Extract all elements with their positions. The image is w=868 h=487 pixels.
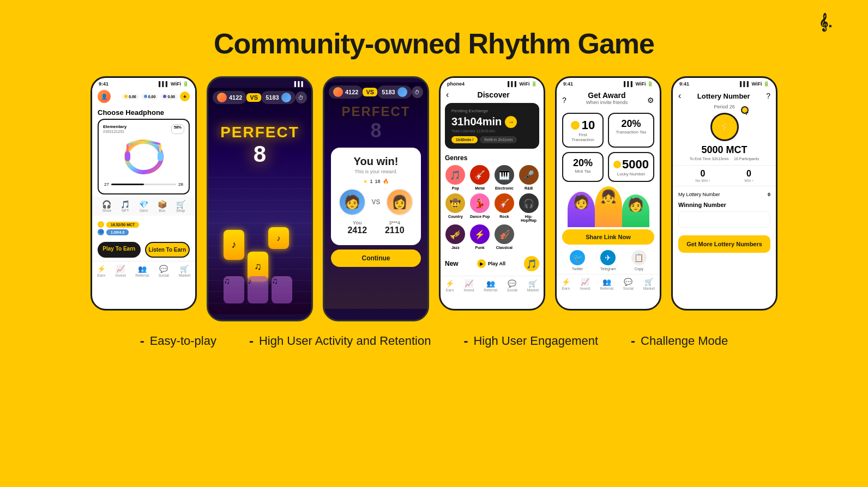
nav-invest-5[interactable]: 📈Invest (580, 278, 590, 290)
share-telegram[interactable]: ✈ Telegram (600, 250, 616, 271)
get-lottery-button[interactable]: Get More Lottery Numbers (678, 235, 770, 253)
game-vs-header: 4122 VS 5183 ⏱ (208, 88, 311, 107)
my-lottery-number-row: My Lottery Number 0 (673, 190, 776, 199)
bottom-nav-5: ⚡Earn 📈Invest 👥Referral 💬Social 🛒Market (557, 274, 660, 294)
nav-invest[interactable]: 📈Invest (116, 265, 126, 277)
youwin-card: You win! This is your reward. ★ 1 18 🔥 🧑… (331, 148, 421, 245)
winning-label: Winning Number (678, 202, 770, 208)
yellow-circle-btn[interactable]: + (180, 92, 190, 101)
award-label-4: Lucky Number (613, 172, 649, 176)
tile-5: ♪ (248, 276, 268, 303)
player1-score-3: 4122 (329, 86, 363, 99)
nav-earn-5[interactable]: ⚡Earn (562, 278, 570, 290)
nft-item-2: 🎵NFT (120, 200, 130, 212)
no-win-val: 0 (695, 169, 710, 179)
new-music-icon: 🎵 (524, 256, 539, 271)
nav-referral[interactable]: 👥Referral (135, 265, 149, 277)
signal-icons-2: ▌▌▌ (294, 81, 305, 87)
friend-2: 👧 (595, 186, 622, 227)
genre-pop[interactable]: 🎵 Pop (445, 165, 466, 190)
small-coin-1: ⚡ (741, 106, 749, 114)
nav-earn-4[interactable]: ⚡Earn (445, 279, 454, 292)
youwin-vs-header: 4122 VS 5183 ⏱ (324, 82, 427, 102)
win-val: 0 (744, 169, 753, 179)
text-1: Easy-to-play (150, 334, 216, 348)
rank-num: 18 (375, 179, 381, 184)
player1-avatar (217, 93, 227, 102)
listen-to-earn-button[interactable]: Listen To Earn (145, 242, 190, 258)
nav-social-5[interactable]: 💬Social (623, 278, 634, 290)
tile-1: ♪ (224, 230, 244, 260)
action-buttons: Play To Earn Listen To Earn (92, 239, 195, 261)
phone-get-award: 9:41 ▌▌▌ WiFi 🔋 ? Get Award When invite … (555, 76, 661, 311)
genres-section: Genres 🎵 Pop 🎸 Metal 🎹 Electronic 🎤 R&B (441, 152, 544, 254)
time-1: 9:41 (99, 81, 108, 87)
time-chip-1[interactable]: 1h30min / (451, 136, 478, 143)
nav-market[interactable]: 🛒Market (179, 265, 190, 277)
genre-hiphop[interactable]: 🎧 Hip-Hop/Rap (518, 193, 539, 222)
genre-icon-pop: 🎵 (445, 165, 465, 185)
play-all-button[interactable]: ▶ Play All (477, 259, 505, 268)
dash-2: - (249, 333, 254, 349)
bottom-nav-1: ⚡Earn 📈Invest 👥Referral 💬Social 🛒Market (92, 261, 195, 281)
nft-item-4: 📦Box (158, 200, 167, 212)
text-2: High User Activity and Retention (259, 334, 431, 348)
nft-item-1: 🎧Shoe (102, 200, 111, 212)
lottery-coin-area: + ⚡ ⚡ (673, 113, 776, 141)
genre-dancepop[interactable]: 💃 Dance Pop (469, 193, 491, 222)
genre-metal[interactable]: 🎸 Metal (469, 165, 491, 190)
genre-rnb[interactable]: 🎤 R&B (518, 165, 539, 190)
my-lottery-val: 0 (768, 192, 770, 197)
score-left: 4122 (229, 94, 242, 101)
settings-icon[interactable]: ⚙ (647, 96, 654, 105)
play-circle: ▶ (477, 259, 486, 268)
share-twitter[interactable]: 🐦 Twitter (570, 250, 585, 271)
nav-social[interactable]: 💬Social (159, 265, 169, 277)
twitter-icon: 🐦 (570, 250, 585, 265)
genre-classical[interactable]: 🎻 Classical (494, 224, 515, 249)
nav-referral-5[interactable]: 👥Referral (600, 278, 613, 290)
slider-fill (111, 184, 144, 185)
headphone-card[interactable]: Elementary #352121251 58% (98, 119, 190, 194)
genre-icon-jazz: 🎺 (445, 224, 465, 244)
nav-invest-4[interactable]: 📈Invest (464, 279, 474, 292)
nav-market-4[interactable]: 🛒Market (527, 279, 539, 292)
award-label-3: Mint Tax (568, 169, 598, 174)
play-to-earn-button[interactable]: Play To Earn (98, 242, 141, 258)
time-5: 9:41 (563, 81, 573, 87)
opp-score: 2110 (385, 226, 405, 235)
continue-button[interactable]: Continue (331, 249, 421, 267)
genre-jazz[interactable]: 🎺 Jazz (445, 224, 466, 249)
new-header: New ▶ Play All 🎵 (445, 256, 539, 271)
opp-avatar: 👩 (386, 188, 413, 216)
nft-row: 🎧Shoe 🎵NFT 💎Gem 📦Box 🛒Shop (92, 197, 195, 216)
stat-icon-2: 💙 (98, 229, 104, 235)
perfect-bg: PERFECT (324, 104, 427, 119)
pending-time-row: 31h04min → (451, 115, 533, 128)
nav-social-4[interactable]: 💬Social (507, 279, 517, 292)
share-link-button[interactable]: Share Link Now (562, 229, 654, 245)
star-icon: ★ (363, 179, 367, 184)
time-chip-2[interactable]: Refill in 2h31min (480, 136, 517, 143)
player2-score: 5183 (261, 91, 295, 104)
genre-rock[interactable]: 🎸 Rock (494, 193, 515, 222)
award-icon-1: ⚡ (571, 121, 580, 130)
nav-earn[interactable]: ⚡Earn (97, 265, 106, 277)
nav-market-5[interactable]: 🛒Market (643, 278, 655, 290)
signal-icons-1: ▌▌▌ WiFi 🔋 (159, 81, 189, 87)
share-copy[interactable]: 📋 Copy (631, 250, 647, 271)
pending-arrow[interactable]: → (505, 116, 517, 128)
player2-avatar (281, 93, 291, 102)
friend-3: 🧑 (622, 194, 649, 227)
headphone-pct-badge: 58% (171, 124, 184, 134)
help-icon-6[interactable]: ? (766, 92, 770, 100)
nav-referral-4[interactable]: 👥Referral (484, 279, 497, 292)
help-icon[interactable]: ? (562, 96, 566, 105)
perfect-text: PERFECT (208, 124, 311, 141)
genre-country[interactable]: 🤠 Country (445, 193, 466, 222)
genre-punk[interactable]: ⚡ Punk (469, 224, 491, 249)
signal-2: ▌▌▌ (294, 81, 305, 87)
choose-headphone-title: Choose Headphone (92, 105, 195, 119)
genre-electronic[interactable]: 🎹 Electronic (494, 165, 515, 190)
award-label-1: First Transaction (568, 132, 598, 142)
